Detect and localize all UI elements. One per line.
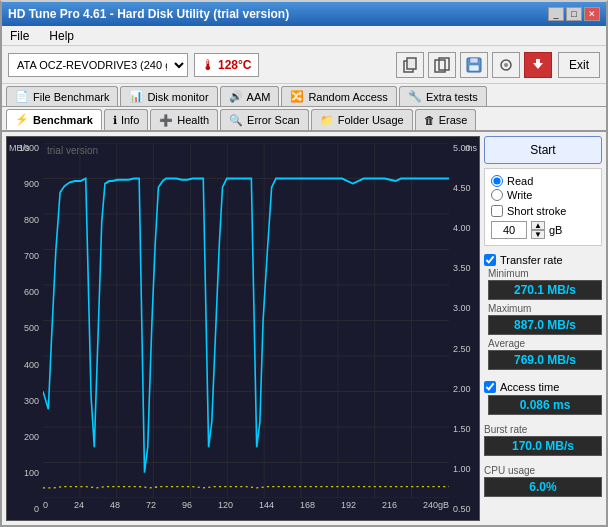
folder-usage-icon: 📁 [320, 114, 334, 127]
y-val-r050: 0.50 [451, 504, 477, 514]
x-val-48: 48 [110, 500, 120, 510]
gb-input[interactable] [491, 221, 527, 239]
access-time-checkbox[interactable] [484, 381, 496, 393]
y-val-400: 400 [9, 360, 41, 370]
x-val-168: 168 [300, 500, 315, 510]
y-val-r100: 1.00 [451, 464, 477, 474]
minimum-value: 270.1 MB/s [488, 280, 602, 300]
read-radio[interactable] [491, 175, 503, 187]
close-button[interactable]: ✕ [584, 7, 600, 21]
toolbar-download-button[interactable] [524, 52, 552, 78]
y-val-r250: 2.50 [451, 344, 477, 354]
x-val-144: 144 [259, 500, 274, 510]
tab-erase[interactable]: 🗑 Erase [415, 109, 477, 130]
tab-health[interactable]: ➕ Health [150, 109, 218, 130]
transfer-rate-checkbox-row: Transfer rate [484, 254, 602, 266]
write-radio[interactable] [491, 189, 503, 201]
y-val-r150: 1.50 [451, 424, 477, 434]
tab-file-benchmark[interactable]: 📄 File Benchmark [6, 86, 118, 106]
x-val-216: 216 [382, 500, 397, 510]
access-time-section: Access time 0.086 ms [484, 379, 602, 418]
health-icon: ➕ [159, 114, 173, 127]
tab-random-access[interactable]: 🔀 Random Access [281, 86, 396, 106]
random-access-icon: 🔀 [290, 90, 304, 103]
access-time-checkbox-row: Access time [484, 381, 602, 393]
gb-step-up[interactable]: ▲ [531, 221, 545, 230]
aam-icon: 🔊 [229, 90, 243, 103]
y-val-r200: 2.00 [451, 384, 477, 394]
benchmark-chart [43, 143, 449, 498]
burst-rate-section: Burst rate 170.0 MB/s [484, 424, 602, 459]
access-time-value: 0.086 ms [488, 395, 602, 415]
window-title: HD Tune Pro 4.61 - Hard Disk Utility (tr… [8, 7, 289, 21]
tab-extra-tests[interactable]: 🔧 Extra tests [399, 86, 487, 106]
write-radio-row: Write [491, 189, 595, 201]
y-val-r400: 4.00 [451, 223, 477, 233]
svg-rect-10 [536, 59, 540, 65]
read-write-section: Read Write Short stroke ▲ ▼ gB [484, 168, 602, 246]
cpu-usage-section: CPU usage 6.0% [484, 465, 602, 500]
disk-monitor-icon: 📊 [129, 90, 143, 103]
cpu-usage-value: 6.0% [484, 477, 602, 497]
tab-info[interactable]: ℹ Info [104, 109, 148, 130]
toolbar-icons [396, 52, 552, 78]
tab-disk-monitor[interactable]: 📊 Disk monitor [120, 86, 217, 106]
error-scan-icon: 🔍 [229, 114, 243, 127]
info-icon: ℹ [113, 114, 117, 127]
y-val-800: 800 [9, 215, 41, 225]
main-area: MB/s ms trial version 1000 900 800 700 6… [2, 132, 606, 525]
y-val-500: 500 [9, 323, 41, 333]
y-val-r500: 5.00 [451, 143, 477, 153]
y-axis-right: 5.00 4.50 4.00 3.50 3.00 2.50 2.00 1.50 … [449, 137, 479, 520]
tab-benchmark[interactable]: ⚡ Benchmark [6, 109, 102, 130]
toolbar-save-button[interactable] [460, 52, 488, 78]
menu-help[interactable]: Help [45, 29, 78, 43]
menu-bar: File Help [2, 26, 606, 46]
transfer-rate-checkbox[interactable] [484, 254, 496, 266]
read-radio-row: Read [491, 175, 595, 187]
transfer-rate-label: Transfer rate [500, 254, 563, 266]
minimum-title: Minimum [488, 268, 602, 279]
y-val-600: 600 [9, 287, 41, 297]
menu-file[interactable]: File [6, 29, 33, 43]
burst-rate-title: Burst rate [484, 424, 602, 435]
tab-error-scan[interactable]: 🔍 Error Scan [220, 109, 309, 130]
tab-folder-usage[interactable]: 📁 Folder Usage [311, 109, 413, 130]
average-title: Average [488, 338, 602, 349]
main-window: HD Tune Pro 4.61 - Hard Disk Utility (tr… [0, 0, 608, 527]
temperature-value: 128°C [218, 58, 252, 72]
temperature-display: 🌡 128°C [194, 53, 259, 77]
gb-step-down[interactable]: ▼ [531, 230, 545, 239]
y-val-1000: 1000 [9, 143, 41, 153]
gb-row: ▲ ▼ gB [491, 221, 595, 239]
chart-area: MB/s ms trial version 1000 900 800 700 6… [6, 136, 480, 521]
svg-rect-6 [469, 65, 479, 71]
x-axis: 0 24 48 72 96 120 144 168 192 216 240gB [43, 498, 449, 520]
average-value: 769.0 MB/s [488, 350, 602, 370]
y-val-900: 900 [9, 179, 41, 189]
toolbar-copy2-button[interactable] [428, 52, 456, 78]
tabs-row1: 📄 File Benchmark 📊 Disk monitor 🔊 AAM 🔀 … [2, 84, 606, 107]
x-val-0: 0 [43, 500, 48, 510]
maximum-title: Maximum [488, 303, 602, 314]
toolbar-settings-button[interactable] [492, 52, 520, 78]
access-time-label: Access time [500, 381, 559, 393]
read-label: Read [507, 175, 533, 187]
benchmark-icon: ⚡ [15, 113, 29, 126]
short-stroke-checkbox[interactable] [491, 205, 503, 217]
y-val-200: 200 [9, 432, 41, 442]
y-val-0: 0 [9, 504, 41, 514]
drive-selector: ATA OCZ-REVODRIVE3 (240 gB) [8, 53, 188, 77]
svg-point-8 [504, 63, 508, 67]
drive-dropdown[interactable]: ATA OCZ-REVODRIVE3 (240 gB) [8, 53, 188, 77]
start-button[interactable]: Start [484, 136, 602, 164]
tab-aam[interactable]: 🔊 AAM [220, 86, 280, 106]
x-val-120: 120 [218, 500, 233, 510]
maximize-button[interactable]: □ [566, 7, 582, 21]
y-val-300: 300 [9, 396, 41, 406]
toolbar-copy1-button[interactable] [396, 52, 424, 78]
exit-button[interactable]: Exit [558, 52, 600, 78]
right-panel: Start Read Write Short stroke [484, 136, 602, 521]
x-val-192: 192 [341, 500, 356, 510]
minimize-button[interactable]: _ [548, 7, 564, 21]
